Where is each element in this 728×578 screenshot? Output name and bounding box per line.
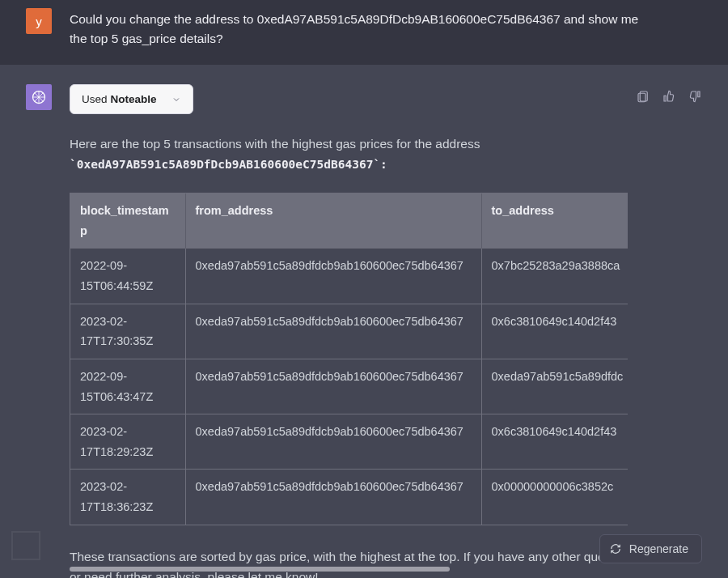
transactions-table-wrap: block_timestamp from_address to_address …: [70, 193, 628, 525]
plugin-name: Noteable: [111, 93, 157, 105]
cell-timestamp: 2023-02-17T17:30:35Z: [70, 304, 185, 359]
footer-text: These transactions are sorted by gas pri…: [70, 546, 652, 578]
col-header-from: from_address: [185, 193, 481, 249]
table-row: 2023-02-17T18:36:23Z 0xeda97ab591c5a89df…: [70, 470, 628, 525]
clipboard-icon[interactable]: [636, 89, 650, 104]
cell-timestamp: 2023-02-17T18:29:23Z: [70, 414, 185, 470]
assistant-avatar: [26, 84, 52, 110]
user-message-text: Could you change the address to 0xedA97A…: [70, 8, 652, 49]
thumbs-up-icon[interactable]: [662, 89, 676, 104]
cell-to: 0x6c3810649c140d2f43: [481, 414, 628, 470]
watermark-box: [11, 531, 40, 560]
table-header-row: block_timestamp from_address to_address: [70, 193, 628, 249]
regenerate-button[interactable]: Regenerate: [599, 534, 702, 563]
message-actions: [636, 89, 702, 104]
assistant-body: Here are the top 5 transactions with the…: [70, 134, 652, 578]
assistant-header: Used Noteable: [26, 84, 702, 114]
cell-timestamp: 2022-09-15T06:44:59Z: [70, 249, 185, 304]
cell-to: 0x6c3810649c140d2f43: [481, 304, 628, 359]
user-avatar: y: [26, 8, 52, 34]
cell-from: 0xeda97ab591c5a89dfdcb9ab160600ec75db643…: [185, 359, 481, 414]
chevron-down-icon: [171, 95, 181, 104]
cell-to: 0xeda97ab591c5a89dfdc: [481, 359, 628, 414]
horizontal-scrollbar[interactable]: [70, 567, 450, 572]
refresh-icon: [610, 543, 621, 555]
cell-from: 0xeda97ab591c5a89dfdcb9ab160600ec75db643…: [185, 414, 481, 470]
cell-from: 0xeda97ab591c5a89dfdcb9ab160600ec75db643…: [185, 249, 481, 304]
plugin-used-chip[interactable]: Used Noteable: [70, 84, 193, 114]
table-row: 2023-02-17T17:30:35Z 0xeda97ab591c5a89df…: [70, 304, 628, 359]
col-header-to: to_address: [481, 193, 628, 249]
cell-to: 0x00000000006c3852c: [481, 470, 628, 525]
svg-rect-2: [638, 93, 645, 102]
plugin-used-prefix: Used: [82, 93, 108, 105]
cell-timestamp: 2023-02-17T18:36:23Z: [70, 470, 185, 525]
intro-text: Here are the top 5 transactions with the…: [70, 134, 652, 155]
cell-from: 0xeda97ab591c5a89dfdcb9ab160600ec75db643…: [185, 304, 481, 359]
table-row: 2022-09-15T06:43:47Z 0xeda97ab591c5a89df…: [70, 359, 628, 414]
col-header-timestamp: block_timestamp: [70, 193, 185, 249]
transactions-table: block_timestamp from_address to_address …: [70, 193, 628, 525]
regenerate-label: Regenerate: [629, 542, 688, 555]
cell-timestamp: 2022-09-15T06:43:47Z: [70, 359, 185, 414]
address-code: `0xedA97AB591c5A89DfDcb9AB160600eC75dB64…: [70, 155, 652, 175]
thumbs-down-icon[interactable]: [688, 89, 702, 104]
assistant-message-block: Used Noteable Here are the top 5 transac…: [0, 65, 728, 578]
openai-icon: [31, 89, 47, 105]
cell-to: 0x7bc25283a29a3888ca: [481, 249, 628, 304]
table-row: 2023-02-17T18:29:23Z 0xeda97ab591c5a89df…: [70, 414, 628, 470]
cell-from: 0xeda97ab591c5a89dfdcb9ab160600ec75db643…: [185, 470, 481, 525]
table-row: 2022-09-15T06:44:59Z 0xeda97ab591c5a89df…: [70, 249, 628, 304]
user-message-row: y Could you change the address to 0xedA9…: [0, 0, 728, 65]
